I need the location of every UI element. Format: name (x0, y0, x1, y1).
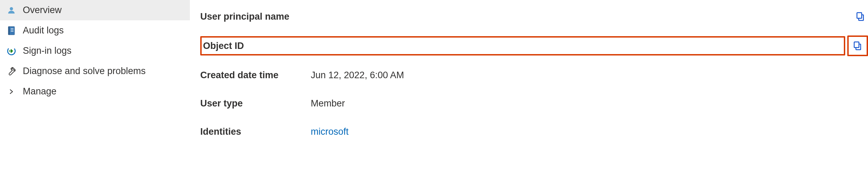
field-user-principal-name: User principal name (200, 7, 868, 26)
signin-icon (6, 46, 17, 56)
svg-rect-8 (857, 13, 862, 18)
field-label: User type (200, 98, 311, 109)
copy-object-id-button[interactable] (850, 38, 865, 53)
sidebar-item-label: Diagnose and solve problems (23, 66, 146, 76)
wrench-icon (6, 66, 17, 76)
sidebar-item-audit-logs[interactable]: Audit logs (0, 20, 190, 41)
svg-point-0 (10, 7, 13, 10)
sidebar-item-manage[interactable]: Manage (0, 81, 190, 102)
copy-upn-button[interactable] (853, 9, 868, 24)
object-id-highlight: Object ID (200, 36, 845, 55)
sidebar-item-overview[interactable]: Overview (0, 0, 190, 20)
svg-rect-10 (854, 42, 859, 48)
sidebar-item-signin-logs[interactable]: Sign-in logs (0, 41, 190, 61)
field-value-link[interactable]: microsoft (311, 126, 868, 137)
field-identities: Identities microsoft (200, 122, 868, 141)
field-label: Identities (200, 126, 311, 137)
field-object-id-row: Object ID (200, 35, 868, 57)
svg-rect-2 (8, 27, 10, 35)
details-panel: User principal name Object ID Created da… (190, 0, 868, 195)
sidebar-item-label: Overview (23, 5, 62, 16)
copy-icon (852, 41, 863, 51)
field-label: Object ID (203, 41, 314, 51)
sidebar-item-label: Audit logs (23, 25, 64, 36)
field-label: Created date time (200, 70, 311, 81)
field-created-date-time: Created date time Jun 12, 2022, 6:00 AM (200, 65, 868, 85)
field-label: User principal name (200, 11, 311, 22)
sidebar-item-diagnose[interactable]: Diagnose and solve problems (0, 61, 190, 81)
copy-icon (855, 11, 866, 22)
field-value: Jun 12, 2022, 6:00 AM (311, 70, 868, 81)
sidebar: Overview Audit logs Sign-in logs (0, 0, 190, 195)
copy-object-id-highlight (847, 35, 868, 56)
audit-log-icon (6, 25, 17, 36)
sidebar-item-label: Sign-in logs (23, 45, 71, 56)
person-icon (6, 5, 17, 16)
field-user-type: User type Member (200, 94, 868, 113)
sidebar-item-label: Manage (23, 86, 57, 97)
chevron-right-icon (6, 89, 17, 95)
field-value: Member (311, 98, 868, 109)
